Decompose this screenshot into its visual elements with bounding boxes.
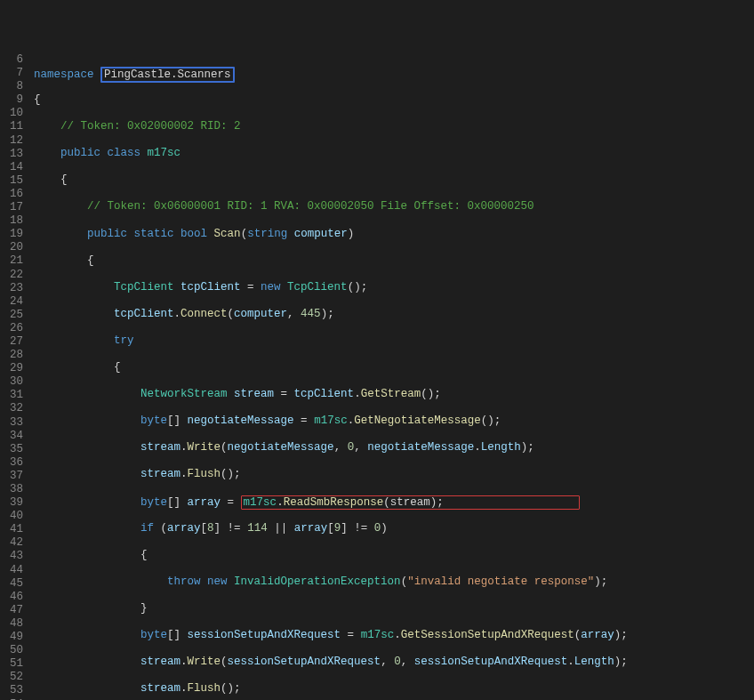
line-number: 32 [0, 402, 23, 415]
line-number: 27 [0, 335, 23, 349]
line-number: 36 [0, 456, 23, 470]
line-number: 48 [0, 617, 23, 631]
line-number: 26 [0, 322, 23, 335]
code-line: TcpClient tcpClient = new TcpClient(); [34, 281, 754, 294]
line-number: 42 [0, 536, 23, 550]
line-number: 43 [0, 550, 23, 563]
line-number: 11 [0, 120, 23, 133]
code-line: { [34, 549, 754, 562]
code-line: NetworkStream stream = tcpClient.GetStre… [34, 388, 754, 401]
line-number: 6 [0, 53, 23, 67]
code-line: public static bool Scan(string computer) [34, 228, 754, 241]
code-line: stream.Write(sessionSetupAndXRequest, 0,… [34, 656, 754, 669]
code-line: { [34, 93, 754, 107]
line-number: 21 [0, 254, 23, 268]
line-number: 13 [0, 148, 23, 161]
line-number: 12 [0, 134, 23, 148]
line-number: 29 [0, 362, 23, 375]
line-number: 46 [0, 591, 23, 604]
line-number: 9 [0, 93, 23, 107]
line-number: 30 [0, 375, 23, 389]
code-editor: 6789101112131415161718192021222324252627… [0, 53, 754, 700]
line-number: 33 [0, 416, 23, 430]
highlight-readsmb: m17sc.ReadSmbResponse(stream); [241, 495, 580, 510]
line-number: 17 [0, 201, 23, 214]
line-number: 24 [0, 295, 23, 309]
line-number: 44 [0, 564, 23, 577]
code-line: try [34, 334, 754, 348]
line-number: 52 [0, 671, 23, 684]
code-line: } [34, 602, 754, 616]
line-number: 7 [0, 67, 23, 80]
code-line: { [34, 173, 754, 187]
line-number: 39 [0, 496, 23, 510]
code-line: // Token: 0x02000002 RID: 2 [34, 120, 754, 133]
code-line: byte[] sessionSetupAndXRequest = m17sc.G… [34, 629, 754, 642]
line-number: 19 [0, 228, 23, 241]
code-area[interactable]: namespace PingCastle.Scanners { // Token… [34, 53, 754, 700]
code-line: namespace PingCastle.Scanners [34, 67, 754, 80]
line-number: 14 [0, 161, 23, 174]
line-number: 16 [0, 188, 23, 201]
code-line: byte[] array = m17sc.ReadSmbResponse(str… [34, 495, 754, 509]
line-number: 10 [0, 107, 23, 120]
code-line: { [34, 361, 754, 374]
line-number: 15 [0, 174, 23, 188]
line-number: 45 [0, 577, 23, 591]
code-line: if (array[8] != 114 || array[9] != 0) [34, 522, 754, 535]
line-number: 50 [0, 644, 23, 657]
line-number: 51 [0, 657, 23, 671]
line-number: 22 [0, 269, 23, 282]
line-number: 8 [0, 80, 23, 93]
code-line: throw new InvalidOperationException("inv… [34, 575, 754, 589]
code-line: tcpClient.Connect(computer, 445); [34, 308, 754, 321]
line-number: 41 [0, 523, 23, 536]
code-line: stream.Flush(); [34, 468, 754, 481]
line-number: 49 [0, 631, 23, 644]
line-number: 25 [0, 309, 23, 322]
code-line: stream.Write(negotiateMessage, 0, negoti… [34, 441, 754, 455]
line-number: 20 [0, 241, 23, 254]
line-number: 37 [0, 470, 23, 483]
line-number: 38 [0, 483, 23, 496]
line-number: 53 [0, 684, 23, 697]
line-number: 31 [0, 389, 23, 402]
code-line: stream.Flush(); [34, 682, 754, 696]
highlight-namespace: PingCastle.Scanners [100, 67, 235, 83]
code-line: // Token: 0x06000001 RID: 1 RVA: 0x00002… [34, 200, 754, 213]
line-number: 47 [0, 604, 23, 617]
line-number: 23 [0, 282, 23, 295]
line-number: 28 [0, 349, 23, 362]
code-line: public class m17sc [34, 147, 754, 160]
line-number: 40 [0, 510, 23, 523]
line-number: 18 [0, 214, 23, 228]
code-line: { [34, 254, 754, 268]
line-number: 34 [0, 430, 23, 443]
code-line: byte[] negotiateMessage = m17sc.GetNegot… [34, 414, 754, 428]
line-number-gutter: 6789101112131415161718192021222324252627… [0, 53, 34, 700]
line-number: 35 [0, 443, 23, 456]
